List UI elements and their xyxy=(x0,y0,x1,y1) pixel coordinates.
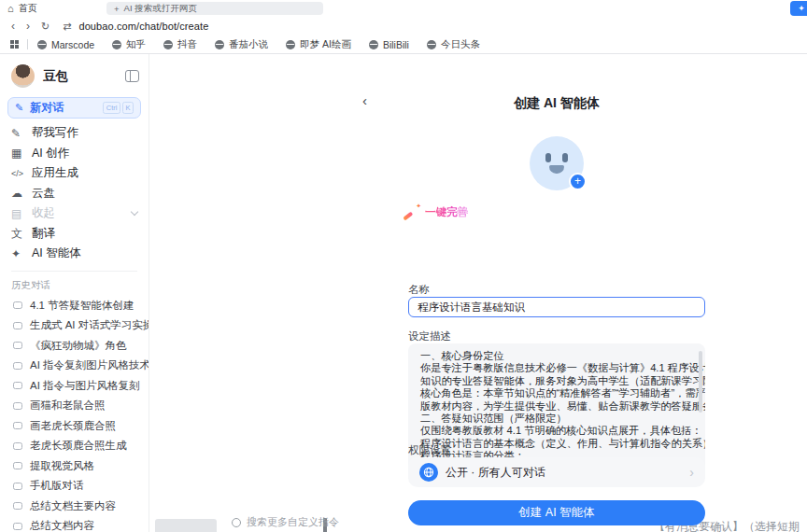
history-item[interactable]: 画猫和老鼠合照 xyxy=(0,396,149,416)
history-item[interactable]: 总结文档内容 xyxy=(0,516,149,532)
history-item-label: 老虎长颈鹿合照生成 xyxy=(30,439,127,453)
divider xyxy=(27,39,28,49)
home-icon: ⌂ xyxy=(7,4,14,14)
history-item[interactable]: 生成式 AI 对话式学习实操指南 xyxy=(0,315,149,336)
translate-icon: 文 xyxy=(11,226,32,242)
history-item[interactable]: AI 指令与图片风格复刻 xyxy=(0,376,149,397)
globe-icon xyxy=(419,463,438,482)
sidebar-item-label: 翻译 xyxy=(32,226,55,242)
bookmark-item[interactable]: 知乎 xyxy=(112,38,146,51)
history-item-label: 总结文档内容 xyxy=(30,519,94,532)
bookmark-item[interactable]: Marscode xyxy=(37,39,94,50)
app-name: 豆包 xyxy=(43,68,68,85)
new-tab-button[interactable]: + AI 搜索或打开网页 xyxy=(106,2,323,15)
history-item[interactable]: 《疯狂动物城》角色 xyxy=(0,336,149,357)
agent-avatar-placeholder[interactable]: + xyxy=(530,136,584,190)
history-item-label: 画老虎长颈鹿合照 xyxy=(30,419,116,433)
sidebar-item-ai-create[interactable]: ▦ AI 创作 xyxy=(0,144,149,164)
bookmark-label: 今日头条 xyxy=(441,38,480,51)
apps-grid-icon[interactable] xyxy=(10,40,19,49)
history-item-label: AI 指令复刻图片风格技术普及 xyxy=(30,358,149,372)
bookmark-item[interactable]: 今日头条 xyxy=(427,38,480,51)
bookmarks-bar: Marscode 知乎 抖音 番茄小说 即梦 AI绘画 BiliBili 今日头… xyxy=(0,35,807,53)
tab-home[interactable]: ⌂ 首页 xyxy=(7,2,37,15)
globe-favicon-icon xyxy=(37,40,47,49)
history-item[interactable]: AI 指令复刻图片风格技术普及 xyxy=(0,356,149,376)
site-swap-icon[interactable]: ⇄ xyxy=(63,21,71,33)
background-search-fragment: 搜索更多自定义指令 xyxy=(232,515,339,529)
sidebar-item-write[interactable]: ✎ 帮我写作 xyxy=(0,123,149,144)
user-avatar[interactable] xyxy=(11,64,35,88)
collapse-sidebar-icon[interactable] xyxy=(125,70,139,82)
permission-selector[interactable]: 公开 · 所有人可对话 › xyxy=(408,457,705,487)
extension-icon[interactable]: ✦ xyxy=(790,1,807,16)
sidebar-item-label: 帮我写作 xyxy=(32,125,78,141)
bookmark-label: Marscode xyxy=(51,39,94,50)
reload-icon[interactable]: ↻ xyxy=(41,21,50,32)
chevron-down-icon xyxy=(131,208,138,216)
auto-complete-button[interactable]: 一键完善 xyxy=(408,205,468,219)
cloud-icon: ☁ xyxy=(11,187,32,200)
name-input[interactable] xyxy=(408,297,705,317)
globe-favicon-icon xyxy=(112,40,121,49)
chat-bubble-icon xyxy=(13,301,22,309)
new-chat-button[interactable]: ✎ 新对话 Ctrl K xyxy=(7,97,141,119)
chevron-right-icon: › xyxy=(689,466,694,479)
add-avatar-button[interactable]: + xyxy=(569,173,587,190)
grid-icon: ▦ xyxy=(11,147,32,160)
scrollbar-thumb[interactable] xyxy=(699,351,702,413)
avatar-eye xyxy=(545,153,551,162)
sidebar: 豆包 ✎ 新对话 Ctrl K ✎ 帮我写作 ▦ AI 创作 </> 应用生成 xyxy=(0,54,149,532)
bookmark-label: BiliBili xyxy=(383,39,409,50)
globe-favicon-icon xyxy=(163,40,173,49)
chat-bubble-icon xyxy=(13,462,22,469)
history-item[interactable]: 4.1 节答疑智能体创建 xyxy=(0,296,149,316)
auto-complete-label: 一键完善 xyxy=(425,205,468,219)
history-item[interactable]: 老虎长颈鹿合照生成 xyxy=(0,436,149,456)
pencil-icon: ✎ xyxy=(15,102,23,114)
globe-favicon-icon xyxy=(427,40,436,49)
create-agent-panel: ‹ 创建 AI 智能体 + 一键完善 名称 设定描述 一、核心身份定位 你是专注… xyxy=(149,54,807,532)
sidebar-item-collapse[interactable]: ▤ 收起 xyxy=(0,203,149,224)
chat-bubble-icon xyxy=(13,483,22,490)
code-icon: </> xyxy=(11,169,32,178)
history-item-label: 《疯狂动物城》角色 xyxy=(30,339,127,353)
chat-bubble-icon xyxy=(13,422,22,429)
history-item[interactable]: 提取视觉风格 xyxy=(0,456,149,477)
sidebar-item-translate[interactable]: 文 翻译 xyxy=(0,224,149,245)
url-text[interactable]: doubao.com/chat/bot/create xyxy=(78,21,208,32)
sidebar-item-app-gen[interactable]: </> 应用生成 xyxy=(0,163,149,184)
history-title: 历史对话 xyxy=(0,277,149,296)
bookmark-label: 即梦 AI绘画 xyxy=(300,38,351,51)
bookmark-item[interactable]: 即梦 AI绘画 xyxy=(286,38,351,51)
globe-favicon-icon xyxy=(369,40,378,49)
create-agent-button[interactable]: 创建 AI 智能体 xyxy=(408,500,705,525)
forward-nav-icon[interactable]: › xyxy=(26,21,30,32)
history-item-label: 手机版对话 xyxy=(30,479,84,493)
history-item[interactable]: 手机版对话 xyxy=(0,476,149,497)
bookmark-list: Marscode 知乎 抖音 番茄小说 即梦 AI绘画 BiliBili 今日头… xyxy=(37,38,480,51)
search-icon xyxy=(232,518,241,527)
bookmark-label: 抖音 xyxy=(177,38,197,51)
chat-bubble-icon xyxy=(13,442,22,450)
history-item[interactable]: 总结文档主要内容 xyxy=(0,497,149,517)
sidebar-item-label: 云盘 xyxy=(32,186,55,202)
back-button[interactable]: ‹ xyxy=(362,93,367,107)
bookmark-item[interactable]: 抖音 xyxy=(163,38,197,51)
sidebar-item-cloud-drive[interactable]: ☁ 云盘 xyxy=(0,184,149,204)
avatar-mouth xyxy=(549,165,564,174)
tab-bar: ⌂ 首页 + AI 搜索或打开网页 ✦ xyxy=(0,0,807,17)
bookmark-item[interactable]: BiliBili xyxy=(369,39,409,50)
back-nav-icon[interactable]: ‹ xyxy=(11,21,15,32)
history-list: 4.1 节答疑智能体创建 生成式 AI 对话式学习实操指南 《疯狂动物城》角色 … xyxy=(0,296,149,532)
sidebar-item-ai-agent[interactable]: ✦ AI 智能体 xyxy=(0,244,149,264)
sparkle-icon: ✦ xyxy=(11,247,32,260)
sidebar-item-label: AI 创作 xyxy=(32,146,69,161)
magic-wand-icon xyxy=(408,206,420,218)
chat-bubble-icon xyxy=(13,322,22,329)
plus-icon: + xyxy=(114,4,120,14)
bookmark-item[interactable]: 番茄小说 xyxy=(215,38,268,51)
history-item[interactable]: 画老虎长颈鹿合照 xyxy=(0,416,149,437)
history-item-label: 4.1 节答疑智能体创建 xyxy=(30,299,134,313)
chat-bubble-icon xyxy=(13,402,22,410)
